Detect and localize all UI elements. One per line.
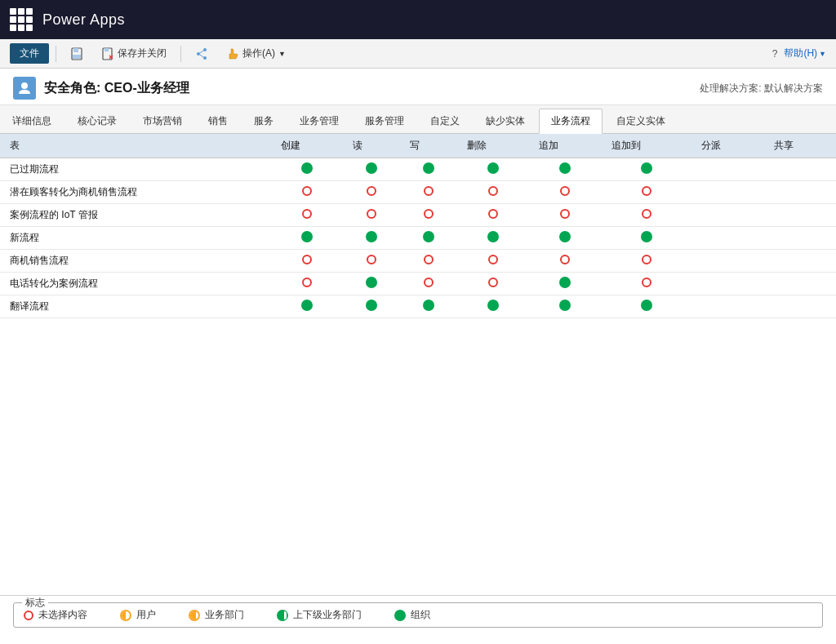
permission-circle[interactable] [487, 162, 499, 174]
permission-circle[interactable] [642, 186, 651, 196]
permission-circle[interactable] [302, 255, 312, 264]
save-icon[interactable] [63, 44, 91, 64]
permission-circle[interactable] [560, 186, 570, 196]
permissions-table: 表 创建 读 写 删除 追加 追加到 分派 共享 已过期流程潜在顾客转化为商机销… [0, 134, 836, 318]
permission-circle[interactable] [366, 300, 377, 311]
permission-circle[interactable] [560, 255, 570, 264]
permission-circle[interactable] [559, 300, 571, 311]
col-header-append-to: 追加到 [602, 134, 692, 158]
legend-item-dept: 业务部门 [189, 608, 244, 622]
permission-circle[interactable] [424, 209, 434, 219]
tab-marketing[interactable]: 市场营销 [131, 109, 194, 133]
permission-circle[interactable] [488, 278, 498, 287]
share-button[interactable] [188, 44, 216, 64]
tab-missing[interactable]: 缺少实体 [474, 109, 537, 133]
help-label: 帮助(H) [784, 47, 817, 60]
help-button[interactable]: 帮助(H) ▼ [784, 47, 826, 60]
legend-user-label: 用户 [136, 608, 156, 622]
empty-cell [691, 250, 763, 273]
table-row: 新流程 [0, 227, 836, 250]
permission-circle[interactable] [642, 209, 651, 219]
table-row: 翻译流程 [0, 295, 836, 318]
toolbar-left: 文件 保存并关闭 [10, 43, 293, 64]
permission-circle[interactable] [424, 255, 434, 264]
tab-custom[interactable]: 自定义 [418, 109, 472, 133]
permission-circle[interactable] [366, 277, 377, 288]
empty-cell [691, 204, 763, 227]
page-header-left: 安全角色: CEO-业务经理 [13, 77, 189, 100]
tab-business[interactable]: 业务管理 [287, 109, 351, 133]
row-name: 案例流程的 IoT 管报 [0, 204, 271, 227]
title-bar: Power Apps [0, 0, 836, 39]
permission-circle[interactable] [641, 300, 652, 311]
table-header-row: 表 创建 读 写 删除 追加 追加到 分派 共享 [0, 134, 836, 158]
svg-point-8 [203, 48, 207, 51]
save-close-button[interactable]: 保存并关闭 [94, 43, 174, 64]
permission-circle[interactable] [301, 231, 313, 242]
table-row: 电话转化为案例流程 [0, 273, 836, 295]
row-name: 商机销售流程 [0, 250, 271, 273]
permission-circle[interactable] [488, 209, 498, 219]
row-name: 电话转化为案例流程 [0, 273, 271, 295]
permission-circle[interactable] [301, 162, 313, 174]
tab-custom-entity[interactable]: 自定义实体 [604, 109, 678, 133]
legend-area: 标志 未选择内容 用户 业务部门 上下级业务部门 组织 [0, 595, 836, 644]
permission-circle[interactable] [424, 278, 434, 287]
help-icon: ? [772, 48, 778, 60]
col-header-name: 表 [0, 134, 271, 158]
permission-circle[interactable] [302, 209, 312, 219]
permission-circle[interactable] [641, 162, 652, 174]
permission-circle[interactable] [560, 209, 570, 219]
col-header-create: 创建 [271, 134, 343, 158]
empty-cell [764, 227, 836, 250]
permission-circle[interactable] [488, 186, 498, 196]
table-row: 商机销售流程 [0, 250, 836, 273]
empty-cell [764, 204, 836, 227]
permission-circle[interactable] [366, 162, 377, 174]
tab-details[interactable]: 详细信息 [0, 109, 64, 133]
save-close-label: 保存并关闭 [118, 47, 167, 60]
permission-circle[interactable] [367, 186, 376, 196]
permission-circle[interactable] [487, 231, 499, 242]
permission-circle[interactable] [641, 231, 652, 242]
col-header-share: 共享 [764, 134, 836, 158]
file-button[interactable]: 文件 [10, 43, 49, 64]
permission-circle[interactable] [423, 300, 434, 311]
tab-service[interactable]: 服务 [242, 109, 286, 133]
permission-circle[interactable] [559, 162, 571, 174]
empty-cell [691, 158, 763, 181]
legend-unselected-label: 未选择内容 [38, 608, 87, 622]
permission-circle[interactable] [302, 278, 312, 287]
tab-sales[interactable]: 销售 [196, 109, 240, 133]
toolbar: 文件 保存并关闭 [0, 39, 836, 69]
permission-circle[interactable] [487, 300, 499, 311]
legend-green-icon [394, 610, 406, 621]
permission-circle[interactable] [559, 277, 571, 288]
help-dropdown-icon: ▼ [819, 50, 826, 58]
tab-biz-flow[interactable]: 业务流程 [539, 109, 603, 134]
empty-cell [764, 158, 836, 181]
permission-circle[interactable] [367, 209, 376, 219]
permission-circle[interactable] [302, 186, 312, 196]
svg-rect-2 [73, 55, 81, 59]
permission-circle[interactable] [423, 231, 434, 242]
table-container: 表 创建 读 写 删除 追加 追加到 分派 共享 已过期流程潜在顾客转化为商机销… [0, 134, 836, 318]
permission-circle[interactable] [559, 231, 571, 242]
permission-circle[interactable] [301, 300, 313, 311]
page-title: 安全角色: CEO-业务经理 [44, 80, 189, 97]
action-dropdown-icon[interactable]: ▼ [278, 50, 286, 58]
waffle-icon[interactable] [10, 8, 33, 31]
action-button[interactable]: 操作(A) ▼ [219, 43, 293, 64]
permission-circle[interactable] [367, 255, 376, 264]
main-content: 安全角色: CEO-业务经理 处理解决方案: 默认解决方案 详细信息 核心记录 … [0, 69, 836, 644]
permission-circle[interactable] [366, 231, 377, 242]
tab-core[interactable]: 核心记录 [65, 109, 129, 133]
tab-service-manage[interactable]: 服务管理 [353, 109, 416, 133]
app-name: Power Apps [42, 11, 125, 29]
permission-circle[interactable] [423, 162, 434, 174]
permission-circle[interactable] [642, 278, 651, 287]
permission-circle[interactable] [424, 186, 434, 196]
permission-circle[interactable] [488, 255, 498, 264]
permission-circle[interactable] [642, 255, 651, 264]
action-label: 操作(A) [242, 47, 275, 60]
